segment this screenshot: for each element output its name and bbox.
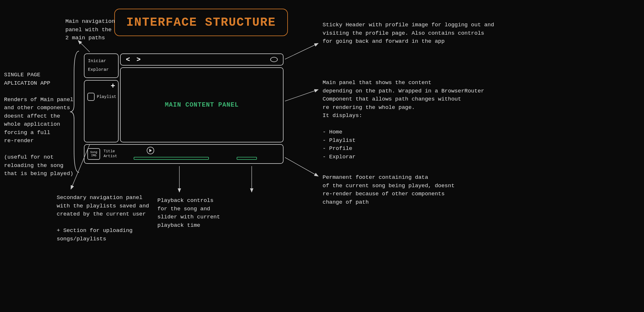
play-icon — [149, 149, 152, 152]
playlist-thumb-icon — [87, 93, 95, 101]
app-wireframe: Iniciar Explorar < > MAIN CONTENT PANEL … — [84, 53, 286, 169]
annotation-footer: Permanent footer containing data of the … — [323, 173, 455, 206]
playlist-item[interactable]: Playlist — [87, 93, 116, 101]
annotation-sidebar: Secondary navigation panel with the play… — [57, 194, 149, 243]
brace-icon — [69, 50, 80, 174]
volume-slider[interactable] — [237, 157, 257, 160]
song-title: Title — [104, 149, 117, 154]
nav-panel: Iniciar Explorar — [84, 53, 119, 78]
sidebar-panel: + Playlist — [84, 80, 119, 142]
title-box: INTERFACE STRUCTURE — [114, 9, 288, 36]
svg-line-2 — [285, 43, 318, 59]
annotation-main-panel: Main panel that shows the content depend… — [323, 79, 484, 161]
annotation-header: Sticky Header with profile image for log… — [323, 21, 494, 46]
svg-line-3 — [285, 90, 318, 101]
progress-slider[interactable] — [134, 157, 209, 160]
main-content-label: MAIN CONTENT PANEL — [165, 101, 239, 109]
nav-back-forward-icon[interactable]: < > — [126, 56, 142, 64]
nav-item-iniciar[interactable]: Iniciar — [88, 57, 115, 66]
avatar-icon[interactable] — [270, 57, 278, 62]
footer-panel: Song IMG Title Artist — [84, 144, 284, 164]
annotation-playback: Playback controls for the song and slide… — [157, 196, 220, 229]
nav-item-explorar[interactable]: Explorar — [88, 66, 115, 74]
song-meta: Title Artist — [104, 149, 117, 159]
annotation-spa: SINGLE PAGE APLICATION APP Renders of Ma… — [4, 71, 73, 178]
play-button[interactable] — [147, 147, 154, 154]
song-image-placeholder: Song IMG — [87, 148, 100, 160]
playlist-label: Playlist — [97, 94, 116, 99]
header-panel: < > — [120, 53, 284, 66]
plus-icon[interactable]: + — [111, 82, 115, 90]
main-content-panel: MAIN CONTENT PANEL — [120, 67, 284, 142]
svg-line-4 — [285, 157, 318, 176]
page-title: INTERFACE STRUCTURE — [126, 16, 276, 29]
song-artist: Artist — [104, 154, 117, 159]
annotation-nav-panel: Main navigation panel with the 2 main pa… — [65, 17, 115, 42]
